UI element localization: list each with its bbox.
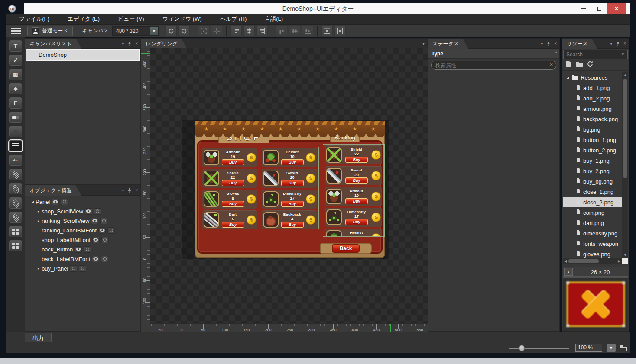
tree-row-shop_ScrollView[interactable]: ▸shop_ScrollView (25, 206, 140, 216)
resource-file-dimensity.png[interactable]: dimensity.png (563, 228, 622, 238)
snap-crosshair-button[interactable] (211, 26, 222, 36)
scrollbar-thumb[interactable] (568, 259, 599, 263)
zoom-slider-thumb[interactable] (519, 345, 525, 351)
pin-icon[interactable] (616, 41, 620, 47)
tree-collapsed-icon[interactable]: ▸ (36, 209, 42, 213)
menu-item-5[interactable]: ヘルプ (H) (214, 14, 253, 24)
zoom-value[interactable]: 100 % (575, 344, 602, 352)
close-icon[interactable]: × (554, 42, 557, 46)
tool-image-icon[interactable]: ▨ (9, 69, 22, 80)
visibility-eye-icon[interactable] (52, 199, 59, 205)
lock-toggle-icon[interactable] (94, 208, 101, 215)
panel-menu-icon[interactable]: ▾ (122, 188, 124, 193)
tool-tag-icon[interactable]: ◈ (9, 83, 22, 94)
resource-file-add_1.png[interactable]: add_1.png (563, 83, 622, 93)
rotate-cw-button[interactable] (165, 26, 177, 36)
resource-file-buy_bg.png[interactable]: buy_bg.png (563, 176, 622, 187)
scroll-right-icon[interactable]: ▶ (617, 258, 622, 264)
tree-collapsed-icon[interactable]: ▸ (36, 267, 42, 271)
resource-file-fonts_weapon_[interactable]: fonts_weapon_ (563, 238, 622, 249)
tool-widget-grid-1-icon[interactable] (9, 226, 22, 237)
pin-icon[interactable] (547, 41, 550, 47)
zoom-dropdown-icon[interactable]: ▼ (607, 344, 616, 352)
tool-bmfont-icon[interactable]: F (9, 97, 22, 109)
align-vcenter-button[interactable] (289, 26, 300, 36)
lock-toggle-icon[interactable] (101, 256, 108, 262)
visibility-eye-icon[interactable] (98, 227, 106, 234)
tree-row-shop_LabelBMFont[interactable]: shop_LabelBMFont (25, 235, 140, 245)
scroll-up-icon[interactable]: ▲ (622, 72, 628, 78)
lock-toggle-icon[interactable] (101, 237, 109, 243)
panel-menu-icon[interactable]: ▾ (122, 42, 124, 46)
resource-file-bg.png[interactable]: bg.png (563, 124, 622, 135)
refresh-icon[interactable] (587, 61, 594, 69)
tool-layer-4-icon[interactable] (9, 212, 22, 223)
tool-listview-icon[interactable] (9, 140, 22, 151)
lock-toggle-icon[interactable] (61, 199, 68, 205)
scroll-up-icon[interactable]: ▲ (555, 50, 558, 54)
menu-item-1[interactable]: ファイル(F) (13, 14, 56, 24)
lock-toggle-icon[interactable] (79, 265, 86, 272)
tool-layer-icon[interactable] (9, 169, 22, 180)
lock-toggle-icon[interactable] (107, 227, 115, 234)
panel-menu-icon[interactable]: ▾ (541, 42, 543, 46)
visibility-eye-icon[interactable] (85, 208, 92, 215)
scroll-down-icon[interactable]: ▼ (622, 252, 628, 258)
resource-root-row[interactable]: ◢Resources (563, 72, 622, 83)
resource-file-button_1.png[interactable]: button_1.png (563, 135, 622, 145)
tool-anchor-icon[interactable] (9, 126, 22, 137)
resource-file-backpack.png[interactable]: backpack.png (563, 114, 622, 124)
tool-checkbox-icon[interactable]: ✓ (9, 55, 22, 66)
lock-toggle-icon[interactable] (100, 218, 107, 224)
distribute-vertical-button[interactable] (321, 26, 333, 36)
pin-icon[interactable] (128, 188, 131, 193)
close-button[interactable]: ✕ (607, 3, 626, 14)
distribute-horizontal-button[interactable] (334, 26, 346, 36)
tree-expanded-icon[interactable]: ◢ (566, 76, 569, 80)
tool-widget-grid-2-icon[interactable] (9, 240, 22, 251)
game-shop-canvas[interactable]: ★★★★★★★★★★ SHOP Ranking Armour19BuyHelme… (182, 120, 389, 259)
lock-toggle-icon[interactable] (84, 246, 91, 253)
resource-file-dart.png[interactable]: dart.png (563, 218, 622, 228)
close-icon[interactable]: × (135, 42, 138, 46)
align-right-button[interactable] (256, 26, 268, 36)
tree-row-buy_Panel[interactable]: ▸buy_Panel (25, 264, 140, 273)
clear-icon[interactable]: ✕ (621, 52, 625, 57)
resource-horizontal-scrollbar[interactable]: ◀ ▶ (563, 258, 622, 264)
resource-file-buy_1.png[interactable]: buy_1.png (563, 155, 622, 166)
close-icon[interactable]: × (623, 42, 626, 46)
menu-item-4[interactable]: ウィンドウ (W) (156, 14, 208, 24)
hamburger-icon[interactable] (11, 28, 21, 34)
visibility-eye-icon[interactable] (92, 256, 99, 262)
resource-search-input[interactable] (563, 50, 628, 59)
visibility-eye-icon[interactable] (92, 237, 100, 243)
attribute-filter-input[interactable] (431, 61, 556, 70)
fit-to-window-icon[interactable] (620, 345, 627, 351)
visibility-eye-icon[interactable] (91, 218, 98, 224)
canvas-list-item-demoshop[interactable]: DemoShop (26, 49, 140, 61)
clear-icon[interactable]: ✕ (549, 62, 553, 68)
tree-row-Panel[interactable]: ◢Panel (25, 197, 140, 206)
snap-corners-button[interactable] (198, 26, 209, 36)
panel-menu-icon[interactable]: ▾ (422, 42, 425, 46)
folder-icon[interactable] (575, 61, 583, 69)
new-file-icon[interactable] (565, 61, 572, 69)
tool-text-icon[interactable]: T (9, 40, 22, 52)
resource-file-gloves.png[interactable]: gloves.png (563, 249, 622, 258)
scroll-left-icon[interactable]: ◀ (563, 258, 568, 264)
resource-file-armour.png[interactable]: armour.png (563, 103, 622, 114)
tool-slider-icon[interactable] (9, 112, 22, 123)
resource-file-add_2.png[interactable]: add_2.png (563, 93, 622, 103)
tree-expanded-icon[interactable]: ◢ (29, 200, 36, 204)
menu-item-6[interactable]: 言語(L) (258, 14, 289, 24)
resource-vertical-scrollbar[interactable]: ▲ ▼ (622, 72, 628, 258)
maximize-button[interactable] (591, 3, 607, 14)
canvas-size-select[interactable]: 480 * 320 ▼ (112, 26, 159, 36)
tree-row-ranking_LabelBMFont[interactable]: ranking_LabelBMFont (25, 225, 140, 235)
close-icon[interactable]: × (135, 188, 138, 193)
resource-file-buy_2.png[interactable]: buy_2.png (563, 166, 622, 176)
tool-layer-3-icon[interactable] (9, 197, 22, 209)
tree-row-back_LabelBMFont[interactable]: back_LabelBMFont (25, 254, 140, 264)
scrollbar-thumb[interactable] (623, 79, 627, 178)
menu-item-2[interactable]: エディタ (E) (61, 14, 106, 24)
